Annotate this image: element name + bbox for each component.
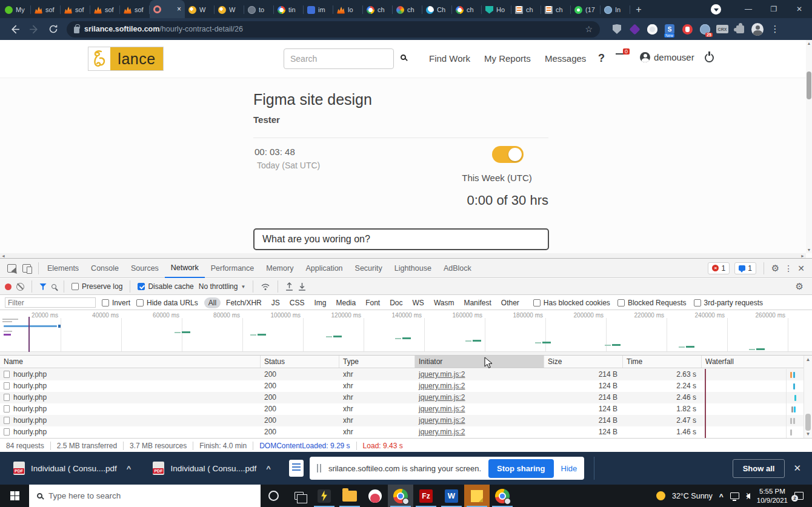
- devtools-tab-memory[interactable]: Memory: [260, 259, 299, 278]
- filter-toggle-icon[interactable]: [39, 283, 47, 290]
- browser-tab[interactable]: ch: [363, 1, 393, 18]
- browser-tab[interactable]: tin: [274, 1, 304, 18]
- devtools-tab-elements[interactable]: Elements: [41, 259, 85, 278]
- media-control-icon[interactable]: [711, 4, 721, 15]
- chevron-up-icon[interactable]: ^: [127, 464, 131, 473]
- devtools-tab-application[interactable]: Application: [299, 259, 348, 278]
- scroll-thumb[interactable]: [807, 71, 811, 99]
- app-file-explorer[interactable]: [337, 485, 362, 507]
- scroll-up-arrow[interactable]: ▲: [806, 41, 812, 45]
- invert-checkbox[interactable]: Invert: [102, 299, 130, 307]
- filter-type-all[interactable]: All: [204, 297, 221, 308]
- logout-power-icon[interactable]: [705, 53, 714, 62]
- browser-tab[interactable]: Ch: [422, 1, 452, 18]
- devtools-tab-performance[interactable]: Performance: [205, 259, 261, 278]
- preserve-log-checkbox[interactable]: Preserve log: [72, 282, 122, 291]
- site-logo[interactable]: lance: [88, 47, 164, 71]
- filter-type-other[interactable]: Other: [497, 297, 524, 308]
- address-bar[interactable]: srilance.softileo.com/hourly-contract-de…: [67, 21, 600, 38]
- devtools-tab-adblock[interactable]: AdBlock: [438, 259, 478, 278]
- scroll-down-arrow[interactable]: ▼: [804, 431, 812, 437]
- filter-extra-checkbox[interactable]: Blocked Requests: [617, 299, 687, 307]
- network-filter-input[interactable]: [5, 297, 96, 308]
- devtools-tab-network[interactable]: Network: [165, 259, 205, 278]
- bookmark-star-icon[interactable]: ☆: [585, 24, 593, 34]
- filter-type-wasm[interactable]: Wasm: [430, 297, 459, 308]
- filter-type-js[interactable]: JS: [267, 297, 284, 308]
- tab-close-icon[interactable]: ×: [177, 5, 181, 13]
- puzzle-extensions-icon[interactable]: [734, 23, 746, 35]
- cell-initiator-link[interactable]: jquery.min.js:2: [415, 426, 544, 438]
- column-header-size[interactable]: Size: [544, 356, 623, 368]
- network-overview-timeline[interactable]: 20000 ms40000 ms60000 ms80000 ms100000 m…: [0, 311, 812, 356]
- table-vertical-scrollbar[interactable]: ▲ ▼: [804, 356, 812, 438]
- export-har-icon[interactable]: [298, 282, 306, 291]
- chevron-up-icon[interactable]: ^: [266, 464, 271, 473]
- browser-tab[interactable]: ch: [452, 1, 482, 18]
- user-menu[interactable]: demouser: [640, 52, 694, 62]
- app-filezilla[interactable]: Fz: [413, 485, 439, 507]
- app-chrome-active[interactable]: [388, 485, 413, 507]
- devtools-menu-icon[interactable]: ⋮: [784, 263, 793, 273]
- weather-text[interactable]: 32°C Sunny: [672, 492, 713, 500]
- network-search-icon[interactable]: [52, 284, 56, 289]
- timer-toggle[interactable]: [492, 146, 524, 163]
- device-toolbar-icon[interactable]: [22, 264, 31, 273]
- new-tab-button[interactable]: +: [630, 1, 647, 18]
- filter-type-media[interactable]: Media: [331, 297, 360, 308]
- browser-tab[interactable]: lo: [333, 1, 363, 18]
- column-header-name[interactable]: Name: [0, 356, 261, 368]
- nav-link-messages[interactable]: Messages: [545, 53, 586, 64]
- filter-extra-checkbox[interactable]: Has blocked cookies: [533, 299, 610, 307]
- browser-menu-icon[interactable]: ⋮: [769, 23, 781, 35]
- devtools-tab-security[interactable]: Security: [349, 259, 388, 278]
- browser-tab[interactable]: ch: [511, 1, 541, 18]
- pdf-window-button[interactable]: Individual ( Consu....pdf^: [5, 456, 139, 480]
- network-settings-icon[interactable]: ⚙: [796, 281, 807, 292]
- browser-tab[interactable]: sof: [31, 1, 61, 18]
- record-button[interactable]: [5, 283, 12, 290]
- back-button[interactable]: [6, 21, 23, 38]
- cell-initiator-link[interactable]: jquery.min.js:2: [415, 403, 544, 415]
- table-row[interactable]: hourly.php200xhrjquery.min.js:2214 B2.47…: [0, 415, 812, 426]
- profile-avatar[interactable]: [751, 23, 764, 35]
- app-word[interactable]: W: [439, 485, 464, 507]
- devtools-settings-icon[interactable]: ⚙: [771, 263, 779, 274]
- devtools-tab-console[interactable]: Console: [85, 259, 125, 278]
- cell-initiator-link[interactable]: jquery.min.js:2: [415, 415, 544, 426]
- filter-type-manifest[interactable]: Manifest: [459, 297, 495, 308]
- column-header-status[interactable]: Status: [261, 356, 339, 368]
- taskbar-search[interactable]: Type here to search: [29, 485, 261, 507]
- cell-initiator-link[interactable]: jquery.min.js:2: [415, 369, 544, 380]
- filter-type-doc[interactable]: Doc: [385, 297, 407, 308]
- column-header-time[interactable]: Time: [623, 356, 702, 368]
- volume-icon[interactable]: [746, 493, 750, 499]
- browser-tab[interactable]: to: [244, 1, 274, 18]
- devtools-tab-sources[interactable]: Sources: [125, 259, 165, 278]
- import-har-icon[interactable]: [285, 282, 293, 291]
- browser-tab-active[interactable]: ×: [150, 0, 185, 18]
- filter-type-img[interactable]: Img: [310, 297, 330, 308]
- nav-link-find-work[interactable]: Find Work: [429, 53, 470, 64]
- clear-button[interactable]: [16, 283, 24, 291]
- browser-tab[interactable]: sof: [120, 1, 150, 18]
- filter-type-font[interactable]: Font: [361, 297, 384, 308]
- filter-type-ws[interactable]: WS: [408, 297, 428, 308]
- table-row[interactable]: hourly.php200xhrjquery.min.js:2214 B2.63…: [0, 369, 812, 380]
- taskbar-clock[interactable]: 5:55 PM10/9/2021: [757, 487, 788, 505]
- page-horizontal-scrollbar[interactable]: ◄►: [0, 253, 806, 258]
- table-row[interactable]: hourly.php200xhrjquery.min.js:2214 B2.46…: [0, 392, 812, 403]
- site-search-input[interactable]: [284, 48, 394, 69]
- task-view-button[interactable]: [286, 485, 311, 507]
- table-row[interactable]: hourly.php200xhrjquery.min.js:2124 B2.24…: [0, 380, 812, 392]
- search-icon[interactable]: [401, 55, 406, 60]
- scroll-left-arrow[interactable]: ◄: [1, 254, 5, 258]
- throttling-select[interactable]: No throttling▼: [199, 282, 246, 291]
- app-lightshot[interactable]: [311, 485, 337, 507]
- browser-tab[interactable]: im: [304, 1, 333, 18]
- minimize-button[interactable]: —: [736, 0, 761, 18]
- browser-tab[interactable]: sof: [90, 1, 120, 18]
- scroll-up-arrow[interactable]: ▲: [804, 357, 812, 362]
- network-conditions-icon[interactable]: [261, 282, 270, 291]
- browser-tab[interactable]: In: [601, 1, 630, 18]
